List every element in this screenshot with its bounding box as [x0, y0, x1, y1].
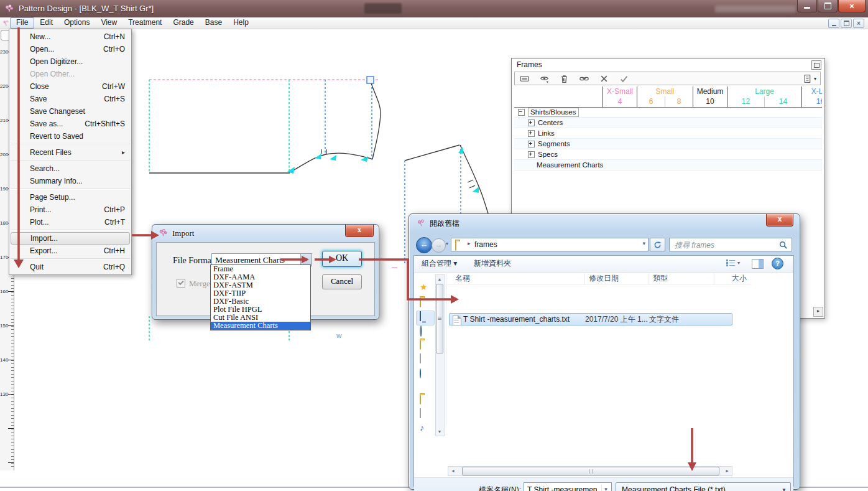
open-dialog-close-button[interactable]: x	[766, 214, 793, 227]
file-menu-item-import[interactable]: Import...	[11, 232, 130, 245]
ok-button[interactable]: OK	[322, 251, 362, 267]
file-menu-item-summary-info[interactable]: Summary Info...	[9, 175, 131, 187]
size-value[interactable]: 12	[727, 96, 764, 107]
scroll-down-icon[interactable]: ▼	[436, 428, 443, 436]
visibility-eye-icon[interactable]	[540, 74, 549, 83]
tree-expander-icon[interactable]	[528, 141, 535, 147]
size-value[interactable]: 10	[693, 96, 727, 107]
size-value[interactable]: 6	[637, 96, 665, 107]
tree-expander-icon[interactable]	[528, 119, 535, 126]
menu-view[interactable]: View	[95, 17, 122, 29]
tree-expander-icon[interactable]	[518, 109, 525, 116]
file-menu-item-page-setup[interactable]: Page Setup...	[9, 191, 131, 203]
close-button[interactable]: ×	[838, 0, 866, 12]
apply-check-icon[interactable]	[619, 74, 629, 83]
folder-icon[interactable]	[420, 395, 430, 405]
horizontal-scrollbar[interactable]: ◂ ▸	[448, 466, 732, 476]
file-name-combobox[interactable]: T Shirt -measurement_cha ▼	[524, 482, 612, 491]
file-menu-item-open-other[interactable]: Open Other...	[9, 68, 131, 80]
network-icon[interactable]	[420, 369, 430, 379]
mdi-restore-button[interactable]	[841, 19, 852, 28]
desktop-icon[interactable]	[420, 312, 430, 322]
link-chain-icon[interactable]	[579, 74, 589, 83]
document-icon[interactable]	[420, 409, 430, 419]
remove-x-icon[interactable]	[599, 74, 609, 83]
file-menu-item-new[interactable]: New...Ctrl+N	[9, 30, 131, 43]
tree-expander-icon[interactable]	[528, 130, 535, 137]
import-close-button[interactable]: x	[345, 225, 374, 237]
favorite-folder-icon[interactable]	[420, 298, 430, 308]
panel-menu-button[interactable]: ▾	[803, 74, 816, 83]
maximize-button[interactable]	[818, 0, 838, 12]
favorites-star-icon[interactable]: ★	[420, 282, 430, 292]
size-value[interactable]: 14	[764, 96, 801, 107]
merge-checkbox[interactable]	[177, 279, 185, 288]
change-view-button[interactable]: ▾	[726, 259, 740, 267]
menu-grade[interactable]: Grade	[167, 17, 199, 29]
file-menu-item-recent-files[interactable]: Recent Files▸	[9, 146, 131, 159]
mdi-minimize-button[interactable]	[828, 19, 839, 28]
file-menu-item-revert-to-saved[interactable]: Revert to Saved	[9, 130, 131, 143]
search-input[interactable]: 搜尋 frames	[669, 238, 792, 251]
scroll-up-icon[interactable]: ▲	[436, 275, 443, 283]
nav-scrollbar[interactable]: ▲ ▼	[435, 274, 445, 436]
tree-item-links[interactable]: Links	[514, 128, 822, 139]
panel-restore-button[interactable]	[811, 60, 821, 70]
forward-button[interactable]: →	[432, 238, 446, 253]
history-dropdown-icon[interactable]: ▾	[446, 241, 448, 246]
file-menu-item-search[interactable]: Search...	[9, 162, 131, 175]
name-box-icon[interactable]	[520, 74, 529, 83]
file-row[interactable]: T Shirt -measurement_charts.txt 2017/7/2…	[449, 313, 732, 325]
menu-help[interactable]: Help	[228, 17, 254, 29]
documents-icon[interactable]	[420, 354, 430, 364]
size-value[interactable]: 4	[603, 96, 637, 107]
minimize-button[interactable]	[797, 0, 817, 12]
menu-edit[interactable]: Edit	[34, 17, 58, 29]
menu-options[interactable]: Options	[58, 17, 95, 29]
tree-item-centers[interactable]: Centers	[514, 118, 822, 128]
combo-dropdown-icon[interactable]: ▼	[601, 485, 610, 491]
help-button[interactable]: ?	[772, 258, 783, 269]
size-value[interactable]: 8	[665, 96, 693, 107]
file-menu-item-quit[interactable]: QuitCtrl+Q	[9, 261, 131, 273]
mdi-close-button[interactable]: ×	[853, 19, 864, 28]
tree-item-measurement-charts[interactable]: Measurement Charts	[514, 160, 822, 171]
format-option-measurement-charts[interactable]: Measurement Charts	[211, 322, 310, 330]
column-header-0[interactable]: 名稱	[447, 273, 585, 284]
file-type-combobox[interactable]: Measurement Charts File (*.txt) ▼	[616, 482, 791, 491]
size-value[interactable]: 16	[802, 96, 822, 107]
file-menu-item-export[interactable]: Export...Ctrl+H	[9, 245, 131, 257]
recent-places-icon[interactable]	[420, 327, 430, 337]
back-button[interactable]: ←	[416, 237, 432, 253]
new-folder-button[interactable]: 新增資料夾	[474, 258, 511, 269]
address-dropdown-icon[interactable]: ▾	[642, 240, 645, 246]
breadcrumb-folder[interactable]: frames	[474, 240, 497, 249]
address-breadcrumb[interactable]: ▸ frames ▾	[451, 238, 649, 251]
cancel-button[interactable]: Cancel	[322, 274, 362, 289]
music-icon[interactable]: ♪	[420, 423, 430, 433]
column-header-3[interactable]: 大小	[714, 273, 750, 284]
file-menu-item-open-digitizer[interactable]: Open Digitizer...	[9, 55, 131, 68]
scroll-left-icon[interactable]: ◂	[448, 467, 458, 475]
file-menu-item-save[interactable]: SaveCtrl+S	[9, 93, 131, 105]
delete-trash-icon[interactable]	[560, 74, 569, 83]
file-menu-item-print[interactable]: Print...Ctrl+P	[9, 203, 131, 216]
file-menu-item-close[interactable]: CloseCtrl+W	[9, 80, 131, 93]
column-header-1[interactable]: 修改日期	[585, 273, 649, 284]
organize-button[interactable]: 組合管理 ▾	[422, 258, 457, 269]
file-menu-item-open[interactable]: Open...Ctrl+O	[9, 43, 131, 55]
tree-expander-icon[interactable]	[528, 151, 535, 158]
panel-scroll-right-button[interactable]: ▸	[813, 307, 823, 317]
tree-item-segments[interactable]: Segments	[514, 139, 822, 149]
selection-handle[interactable]	[367, 77, 374, 83]
preview-pane-button[interactable]	[752, 259, 764, 269]
scroll-right-icon[interactable]: ▸	[723, 467, 732, 475]
file-menu-item-plot[interactable]: Plot...Ctrl+T	[9, 216, 131, 228]
refresh-button[interactable]	[650, 238, 665, 251]
menu-treatment[interactable]: Treatment	[122, 17, 167, 29]
scrollbar-thumb[interactable]	[462, 467, 719, 475]
file-menu-item-save-as[interactable]: Save as...Ctrl+Shift+S	[9, 118, 131, 130]
scrollbar-thumb[interactable]	[436, 284, 443, 353]
menu-base[interactable]: Base	[200, 17, 228, 29]
file-menu-item-save-changeset[interactable]: Save Changeset	[9, 105, 131, 118]
